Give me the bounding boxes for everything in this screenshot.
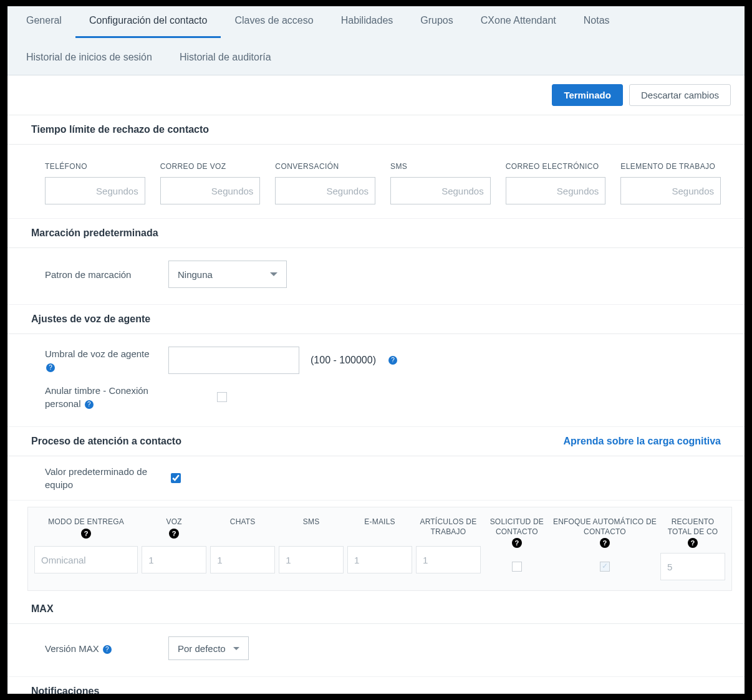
delivery-header-contact-request: SOLICITUD DE CONTACTO	[484, 517, 549, 537]
refusal-field-chat[interactable]: Segundos	[275, 177, 375, 204]
tab-skills[interactable]: Habilidades	[327, 6, 407, 38]
help-icon[interactable]: ?	[688, 538, 698, 548]
team-default-checkbox[interactable]	[171, 473, 181, 483]
voice-threshold-input[interactable]	[168, 347, 299, 374]
delivery-box: MODO DE ENTREGA? Omnicanal VOZ? 1 CHATS …	[27, 507, 732, 591]
help-icon[interactable]: ?	[81, 529, 91, 539]
refusal-label-email: CORREO ELECTRÓNICO	[506, 162, 606, 171]
delivery-header-emails: E-MAILS	[364, 517, 395, 527]
contact-request-checkbox	[512, 562, 522, 572]
refusal-field-email[interactable]: Segundos	[506, 177, 606, 204]
refusal-label-sms: SMS	[390, 162, 491, 171]
delivery-voice-field: 1	[142, 546, 206, 573]
delivery-emails-field: 1	[347, 546, 412, 573]
tab-login-history[interactable]: Historial de inicios de sesión	[12, 43, 166, 75]
voice-threshold-range: (100 - 100000)	[311, 355, 376, 366]
delivery-header-total: RECUENTO TOTAL DE CO	[660, 517, 725, 537]
voice-threshold-label: Umbral de voz de agente ?	[45, 347, 157, 373]
section-title-handling: Proceso de atención a contacto Aprenda s…	[7, 427, 745, 456]
discard-button[interactable]: Descartar cambios	[629, 84, 731, 106]
delivery-header-voice: VOZ	[166, 517, 182, 527]
dialing-pattern-select[interactable]: Ninguna	[168, 261, 287, 288]
delivery-header-mode: MODO DE ENTREGA	[48, 517, 124, 527]
delivery-mode-field: Omnicanal	[34, 546, 138, 573]
delivery-workitems-field: 1	[416, 546, 481, 573]
help-icon[interactable]: ?	[388, 356, 397, 365]
team-default-label: Valor predeterminado de equipo	[45, 465, 157, 491]
help-icon[interactable]: ?	[85, 400, 94, 409]
delivery-header-sms: SMS	[303, 517, 320, 527]
tab-groups[interactable]: Grupos	[407, 6, 466, 38]
delivery-total-field: 5	[660, 553, 725, 580]
delivery-header-workitems: ARTÍCULOS DE TRABAJO	[416, 517, 481, 537]
refusal-label-voicemail: CORREO DE VOZ	[160, 162, 261, 171]
delivery-contact-request-field	[484, 553, 549, 580]
section-title-voice: Ajustes de voz de agente	[7, 305, 745, 334]
chevron-down-icon	[270, 272, 277, 276]
refusal-field-voicemail[interactable]: Segundos	[160, 177, 261, 204]
suppress-ring-checkbox[interactable]	[217, 392, 227, 402]
help-icon[interactable]: ?	[103, 645, 112, 654]
max-version-select[interactable]: Por defecto	[168, 636, 249, 660]
section-title-notifications: Notificaciones	[7, 677, 745, 694]
help-icon[interactable]: ?	[512, 538, 522, 548]
delivery-header-autofocus: ENFOQUE AUTOMÁTICO DE CONTACTO	[553, 517, 657, 537]
refusal-field-workitem[interactable]: Segundos	[620, 177, 721, 204]
action-bar: Terminado Descartar cambios	[7, 75, 745, 115]
suppress-ring-label: Anular timbre - Conexión personal ?	[45, 384, 157, 410]
delivery-sms-field: 1	[279, 546, 344, 573]
section-title-refusal: Tiempo límite de rechazo de contacto	[7, 115, 745, 145]
help-icon[interactable]: ?	[169, 529, 179, 539]
chevron-down-icon	[233, 647, 239, 650]
help-icon[interactable]: ?	[46, 363, 55, 372]
refusal-field-phone[interactable]: Segundos	[45, 177, 145, 204]
tab-access-keys[interactable]: Claves de acceso	[221, 6, 327, 38]
help-icon[interactable]: ?	[600, 538, 610, 548]
tab-general[interactable]: General	[12, 6, 75, 38]
tab-cxone-attendant[interactable]: CXone Attendant	[467, 6, 570, 38]
tab-audit-history[interactable]: Historial de auditoría	[166, 43, 285, 75]
tab-notes[interactable]: Notas	[570, 6, 624, 38]
refusal-label-workitem: ELEMENTO DE TRABAJO	[620, 162, 721, 171]
autofocus-checkbox	[600, 562, 610, 572]
refusal-label-chat: CONVERSACIÓN	[275, 162, 375, 171]
done-button[interactable]: Terminado	[552, 84, 623, 106]
delivery-chats-field: 1	[210, 546, 275, 573]
delivery-autofocus-field	[553, 553, 657, 580]
max-version-label: Versión MAX ?	[45, 642, 157, 655]
tab-contact-config[interactable]: Configuración del contacto	[75, 6, 221, 38]
section-title-dialing: Marcación predeterminada	[7, 219, 745, 248]
cognitive-load-link[interactable]: Aprenda sobre la carga cognitiva	[563, 436, 721, 447]
refusal-row: TELÉFONO Segundos CORREO DE VOZ Segundos…	[45, 152, 721, 207]
dialing-pattern-label: Patron de marcación	[45, 268, 157, 281]
refusal-field-sms[interactable]: Segundos	[390, 177, 491, 204]
section-title-max: MAX	[7, 595, 745, 624]
refusal-label-phone: TELÉFONO	[45, 162, 145, 171]
tabs-container: General Configuración del contacto Clave…	[7, 6, 745, 75]
delivery-header-chats: CHATS	[230, 517, 256, 527]
